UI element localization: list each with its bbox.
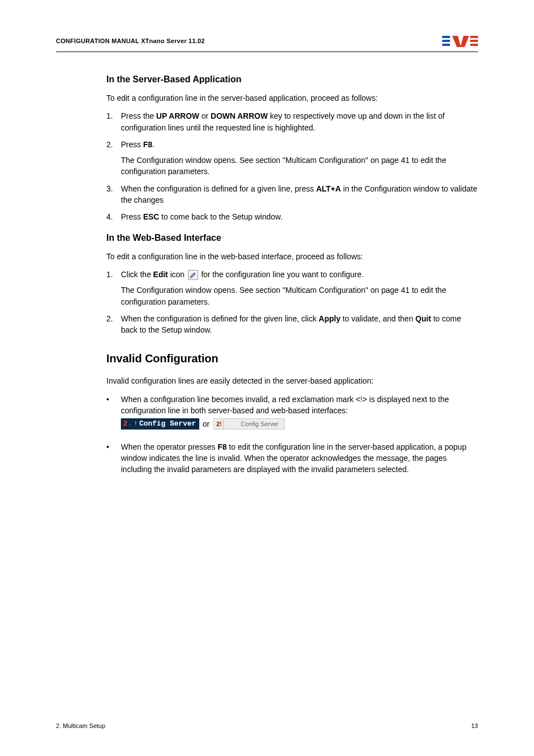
server-badge-text: Config Server: [139, 419, 196, 430]
or-label: or: [203, 418, 209, 430]
server-badge-index: 2.: [123, 419, 132, 430]
section-heading-server-app: In the Server-Based Application: [106, 74, 478, 85]
step-2: 2. When the configuration is defined for…: [106, 313, 478, 336]
bullet-body: When a configuration line becomes invali…: [121, 394, 478, 436]
section3-bullets: • When a configuration line becomes inva…: [106, 394, 478, 475]
step-body: Press ESC to come back to the Setup wind…: [121, 211, 478, 222]
step-body: When the configuration is defined for a …: [121, 183, 478, 206]
key-alt-a: ALT+A: [316, 184, 341, 193]
section1-steps: 1. Press the UP ARROW or DOWN ARROW key …: [106, 110, 478, 222]
step-3: 3. When the configuration is defined for…: [106, 183, 478, 206]
edit-pencil-icon: [188, 270, 198, 280]
step-2: 2. Press F8. The Configuration window op…: [106, 139, 478, 178]
web-badge-text: Config Server: [241, 420, 278, 429]
server-badge-marker: !: [134, 420, 138, 428]
example-badges-row: 2. ! Config Server or 2! Config Server: [121, 418, 478, 430]
key-esc: ESC: [143, 212, 160, 221]
svg-rect-4: [470, 36, 478, 38]
svg-rect-5: [470, 40, 478, 42]
bullet-1: • When a configuration line becomes inva…: [106, 394, 478, 436]
web-config-badge: 2! Config Server: [213, 418, 285, 430]
page-footer: 2. Multicam Setup 13: [56, 722, 478, 729]
footer-page-number: 13: [471, 722, 478, 729]
section1-intro: To edit a configuration line in the serv…: [106, 92, 478, 104]
web-badge-flag: 2!: [215, 419, 224, 430]
apply-label: Apply: [318, 314, 340, 323]
edit-label: Edit: [153, 270, 168, 279]
server-config-badge: 2. ! Config Server: [121, 418, 199, 430]
evs-logo: [442, 34, 478, 48]
step-body: When the configuration is defined for th…: [121, 313, 478, 336]
bullet-body: When the operator presses F8 to edit the…: [121, 441, 478, 475]
section-heading-invalid-config: Invalid Configuration: [106, 352, 478, 365]
svg-rect-6: [470, 44, 478, 46]
quit-label: Quit: [415, 314, 431, 323]
section2-intro: To edit a configuration line in the web-…: [106, 251, 478, 262]
step-1: 1. Click the Edit icon for the configura…: [106, 269, 478, 307]
step-body: Press the UP ARROW or DOWN ARROW key to …: [121, 110, 478, 133]
step-1: 1. Press the UP ARROW or DOWN ARROW key …: [106, 110, 478, 133]
step-number: 1.: [106, 110, 121, 133]
section-heading-web-interface: In the Web-Based Interface: [106, 233, 478, 243]
section3-intro: Invalid configuration lines are easily d…: [106, 375, 478, 386]
key-f8: F8: [218, 442, 227, 451]
page: CONFIGURATION MANUAL XTnano Server 11.02…: [0, 0, 534, 756]
svg-rect-1: [442, 40, 450, 42]
step-number: 3.: [106, 183, 121, 206]
key-f8: F8: [143, 140, 152, 149]
header-title: CONFIGURATION MANUAL XTnano Server 11.02: [56, 38, 205, 44]
svg-rect-8: [190, 277, 191, 278]
footer-section: 2. Multicam Setup: [56, 722, 105, 729]
step-sub: The Configuration window opens. See sect…: [121, 284, 478, 307]
bullet-2: • When the operator presses F8 to edit t…: [106, 441, 478, 475]
step-sub: The Configuration window opens. See sect…: [121, 155, 478, 178]
svg-rect-2: [442, 44, 450, 46]
step-number: 2.: [106, 313, 121, 336]
step-number: 2.: [106, 139, 121, 178]
step-number: 4.: [106, 211, 121, 222]
svg-rect-0: [442, 36, 450, 38]
key-down-arrow: DOWN ARROW: [210, 111, 268, 120]
key-up-arrow: UP ARROW: [156, 111, 199, 120]
svg-marker-3: [452, 36, 469, 47]
step-4: 4. Press ESC to come back to the Setup w…: [106, 211, 478, 222]
bullet-marker: •: [106, 394, 121, 436]
page-header: CONFIGURATION MANUAL XTnano Server 11.02: [56, 34, 478, 52]
section2-steps: 1. Click the Edit icon for the configura…: [106, 269, 478, 335]
step-body: Press F8. The Configuration window opens…: [121, 139, 478, 178]
bullet-marker: •: [106, 441, 121, 475]
svg-marker-7: [190, 272, 196, 278]
step-number: 1.: [106, 269, 121, 307]
content-area: In the Server-Based Application To edit …: [106, 74, 478, 475]
step-body: Click the Edit icon for the configuratio…: [121, 269, 478, 307]
